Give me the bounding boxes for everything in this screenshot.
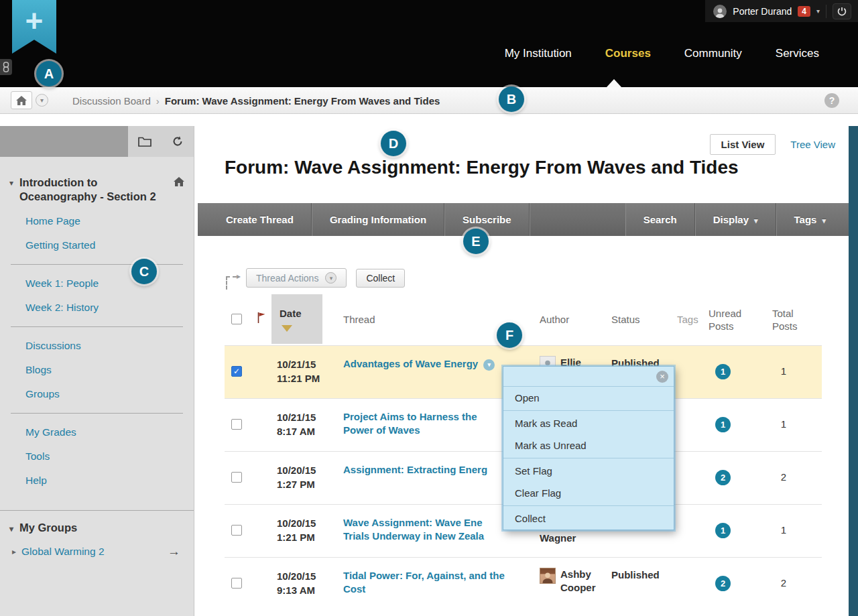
my-groups-chevron-icon[interactable]: ▾ <box>9 524 13 534</box>
row-checkbox[interactable] <box>231 366 242 377</box>
row-checkbox[interactable] <box>231 525 242 536</box>
course-home-icon[interactable] <box>174 177 184 204</box>
sidebar-item-my-grades[interactable]: My Grades <box>0 420 194 444</box>
page-title: Forum: Wave Assignment: Energy From Wave… <box>225 157 739 178</box>
status-label: Published <box>611 569 660 580</box>
refresh-icon[interactable] <box>172 135 184 147</box>
thread-link[interactable]: Project Aims to Harness the Power of Wav… <box>343 410 477 437</box>
menu-item-mark-as-unread[interactable]: Mark as Unread <box>503 434 674 456</box>
sidebar-item-home-page[interactable]: Home Page <box>0 209 194 233</box>
thread-link[interactable]: Tidal Power: For, Against, and the Cost <box>343 569 505 596</box>
tab-community[interactable]: Community <box>684 47 742 60</box>
sidebar-item-groups[interactable]: Groups <box>0 382 194 406</box>
search-button[interactable]: Search <box>625 203 695 236</box>
collect-button[interactable]: Collect <box>356 269 405 288</box>
thread-row[interactable]: 10/20/15 9:13 AM Tidal Power: For, Again… <box>225 557 822 610</box>
thread-actions-button[interactable]: Thread Actions▾ <box>246 268 347 288</box>
sidebar-item-global-warming-2[interactable]: Global Warming 2 <box>21 546 104 558</box>
table-header: Date Thread Author Status Tags Unread Po… <box>225 293 822 345</box>
thread-options-chevron-icon[interactable]: ▾ <box>483 359 495 371</box>
list-view-tab[interactable]: List View <box>710 134 776 155</box>
home-chevron-icon[interactable]: ▾ <box>36 94 48 107</box>
global-nav: My Institution Courses Community Service… <box>505 47 819 60</box>
header-separator <box>826 5 826 18</box>
total-count: 2 <box>773 577 794 589</box>
breadcrumb-bar: ▾ Discussion Board › Forum: Wave Assignm… <box>0 87 858 114</box>
author-cell: Ashby Cooper <box>540 568 605 595</box>
create-thread-button[interactable]: Create Thread <box>208 203 312 236</box>
thread-date: 10/20/15 1:27 PM <box>277 463 316 491</box>
selection-indicator: ▸ <box>225 269 241 287</box>
menu-item-mark-as-read[interactable]: Mark as Read <box>503 412 674 434</box>
unread-posts-column-header[interactable]: Unread Posts <box>709 307 741 332</box>
tab-services[interactable]: Services <box>776 47 819 60</box>
date-column-header[interactable]: Date <box>271 294 322 344</box>
sidebar-item-tools[interactable]: Tools <box>0 444 194 469</box>
unread-count-link[interactable]: 2 <box>715 576 731 591</box>
home-icon[interactable] <box>11 91 32 109</box>
row-checkbox[interactable] <box>231 472 242 483</box>
grading-information-button[interactable]: Grading Information <box>312 203 444 236</box>
my-groups-section: ▾ My Groups ▸ Global Warming 2 → <box>0 510 194 566</box>
expand-chevron-icon[interactable]: ▸ <box>12 547 16 556</box>
unread-count-link[interactable]: 1 <box>715 523 731 538</box>
sidebar-item-help[interactable]: Help <box>0 469 194 493</box>
unread-count-link[interactable]: 1 <box>715 417 731 432</box>
thread-column-header[interactable]: Thread <box>343 314 375 325</box>
row-checkbox[interactable] <box>231 419 242 430</box>
open-group-arrow-icon[interactable]: → <box>168 544 180 559</box>
tab-courses[interactable]: Courses <box>605 47 651 60</box>
menu-divider <box>503 458 674 458</box>
sidebar-item-getting-started[interactable]: Getting Started <box>0 233 194 257</box>
link-icon[interactable] <box>0 59 12 75</box>
unread-count-link[interactable]: 1 <box>715 364 731 379</box>
status-column-header[interactable]: Status <box>611 314 640 325</box>
select-all-checkbox[interactable] <box>231 314 242 324</box>
sidebar-item-week1-people[interactable]: Week 1: People <box>0 271 194 296</box>
chevron-down-icon: ▾ <box>754 217 758 225</box>
menu-item-open[interactable]: Open <box>503 387 674 409</box>
sidebar-toolbar <box>0 126 194 157</box>
plus-icon: + <box>25 0 44 54</box>
thread-link[interactable]: Assignment: Extracting Energ <box>343 463 487 477</box>
menu-item-set-flag[interactable]: Set Flag <box>503 460 674 482</box>
collapse-chevron-icon[interactable]: ▾ <box>9 178 13 204</box>
menu-divider <box>503 410 674 411</box>
total-posts-column-header[interactable]: Total Posts <box>772 307 798 332</box>
thread-link[interactable]: Advantages of Wave Energy▾ <box>343 357 495 371</box>
help-icon[interactable]: ? <box>824 93 839 108</box>
menu-item-collect[interactable]: Collect <box>503 507 674 530</box>
sidebar-item-blogs[interactable]: Blogs <box>0 358 194 382</box>
content-frame-edge <box>849 126 858 616</box>
tags-menu-button[interactable]: Tags▾ <box>776 203 849 236</box>
unread-count-link[interactable]: 2 <box>715 470 731 485</box>
folder-view-icon[interactable] <box>138 136 151 147</box>
logout-power-button[interactable] <box>833 3 851 19</box>
subscribe-button[interactable]: Subscribe <box>444 203 530 236</box>
course-menu: Home Page Getting Started Week 1: People… <box>0 209 194 493</box>
breadcrumb-discussion-board[interactable]: Discussion Board <box>72 95 151 107</box>
user-menu-chevron-icon[interactable]: ▾ <box>816 7 820 15</box>
tree-view-tab[interactable]: Tree View <box>790 139 835 150</box>
add-bookmark-button[interactable]: + <box>12 0 56 54</box>
tab-my-institution[interactable]: My Institution <box>505 47 572 60</box>
callout-a: A <box>36 61 62 86</box>
menu-item-clear-flag[interactable]: Clear Flag <box>503 482 674 504</box>
callout-f: F <box>497 322 522 348</box>
thread-date: 10/20/15 9:13 AM <box>277 569 316 597</box>
row-checkbox[interactable] <box>231 578 242 589</box>
user-menu[interactable]: Porter Durand 4 ▾ <box>705 0 858 22</box>
notification-badge[interactable]: 4 <box>798 6 810 17</box>
chevron-down-icon: ▾ <box>822 217 826 225</box>
course-header: ▾ Introduction to Oceanography - Section… <box>0 157 194 209</box>
flag-icon[interactable] <box>257 312 266 326</box>
sidebar-item-discussions[interactable]: Discussions <box>0 334 194 358</box>
close-icon[interactable]: × <box>656 371 668 383</box>
sidebar-item-week2-history[interactable]: Week 2: History <box>0 296 194 320</box>
author-column-header[interactable]: Author <box>540 314 569 325</box>
tags-column-header: Tags <box>677 314 698 325</box>
global-header: + Porter Durand 4 ▾ My Institution Cours… <box>0 0 858 87</box>
display-menu-button[interactable]: Display▾ <box>695 203 776 236</box>
forum-action-bar: Create Thread Grading Information Subscr… <box>198 203 849 236</box>
thread-link[interactable]: Wave Assignment: Wave Ene Trials Underwa… <box>343 516 484 543</box>
